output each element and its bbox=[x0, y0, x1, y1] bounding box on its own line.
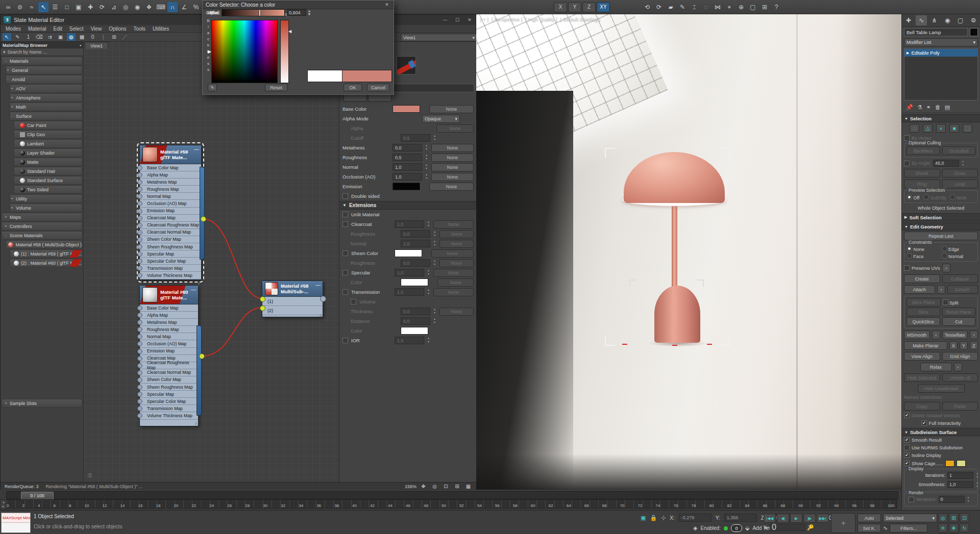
lamp-base[interactable] bbox=[654, 286, 700, 343]
transport-button[interactable]: |◀◀ bbox=[764, 514, 776, 523]
clearcoat-checkbox[interactable] bbox=[342, 221, 348, 227]
extensions-rollout[interactable]: ▼ Extensions bbox=[339, 201, 477, 210]
base-color-swatch[interactable] bbox=[393, 105, 420, 113]
display-smoothness-spinner[interactable]: 1,0 bbox=[947, 481, 973, 488]
menu-item[interactable]: Utilities bbox=[150, 26, 172, 32]
msmooth-button[interactable]: MSmooth bbox=[904, 330, 930, 339]
timeline-tick[interactable]: 48 bbox=[424, 503, 428, 508]
active-view-dropdown[interactable]: View1▾ bbox=[401, 34, 477, 41]
browser-tree-item[interactable]: + AOV bbox=[10, 84, 82, 93]
command-panel-tab[interactable]: ⚙ bbox=[968, 15, 979, 26]
ok-button[interactable]: OK bbox=[344, 84, 362, 91]
command-panel-tab[interactable]: ◉ bbox=[942, 15, 953, 26]
selection-rollout[interactable]: ▼Selection bbox=[902, 114, 980, 122]
timeline-tick[interactable]: 92 bbox=[816, 503, 821, 508]
node-input-slot[interactable]: Emission Map bbox=[140, 348, 198, 355]
ior-checkbox[interactable] bbox=[342, 338, 348, 343]
stack-item-editable-poly[interactable]: ▶ Editable Poly bbox=[904, 49, 977, 57]
metalness-map-button[interactable]: None bbox=[431, 144, 474, 152]
toolbar-icon[interactable]: ⌨ bbox=[156, 2, 166, 12]
stack-tool-icon[interactable]: ▤ bbox=[945, 104, 950, 111]
make-planar-button[interactable]: Make Planar bbox=[904, 341, 947, 350]
browser-tree-item[interactable]: Clip Geo bbox=[14, 130, 82, 139]
close-button[interactable]: ✕ bbox=[463, 16, 476, 23]
hue-blackness-field[interactable] bbox=[211, 20, 278, 83]
collapse-node-button[interactable]: — bbox=[194, 146, 199, 152]
timeline-tick[interactable]: 20 bbox=[174, 503, 178, 508]
timeline-tick[interactable]: 28 bbox=[245, 503, 250, 508]
node-input-slot[interactable]: Clearcoat Roughness Map bbox=[140, 222, 201, 229]
timeline-tick[interactable]: 88 bbox=[780, 503, 785, 508]
browser-tree-item[interactable]: + Volume bbox=[10, 204, 82, 212]
timeline-tick[interactable]: 2 bbox=[22, 503, 24, 508]
node-input-slot[interactable]: Normal Map bbox=[140, 193, 201, 200]
base-color-map-button[interactable]: None bbox=[429, 105, 474, 113]
toolbar-icon[interactable]: ▰ bbox=[666, 2, 676, 12]
zoom-region-icon[interactable]: ⊡ bbox=[442, 482, 450, 490]
node-input-slot[interactable]: Roughness Map bbox=[140, 186, 201, 193]
timeline-tick[interactable]: 80 bbox=[709, 503, 714, 508]
node-input-slot[interactable]: Metalness Map bbox=[140, 179, 201, 186]
close-icon[interactable]: ✕ bbox=[383, 1, 390, 8]
toolbar-icon[interactable]: ∠ bbox=[179, 2, 189, 12]
timeline-tick[interactable]: 30 bbox=[263, 503, 267, 508]
timeline-tick[interactable]: 12 bbox=[103, 503, 107, 508]
command-panel-tab[interactable]: ∿ bbox=[916, 15, 927, 26]
viewport-pov-label[interactable]: [ Perspective ] bbox=[492, 16, 522, 22]
slate-tool-icon[interactable]: ⊞ bbox=[110, 33, 118, 41]
timeline-tick[interactable]: 94 bbox=[834, 503, 839, 508]
curve-icon[interactable]: ∿ bbox=[883, 525, 888, 531]
browser-tree-item[interactable]: - Materials bbox=[2, 57, 82, 65]
timeline-tick[interactable]: 66 bbox=[584, 503, 589, 508]
browser-tree-item[interactable]: Standard Surface bbox=[14, 176, 82, 185]
constraint-face-radio[interactable] bbox=[906, 253, 912, 259]
browser-tree-item[interactable]: Standard Hair bbox=[14, 167, 82, 175]
node-input-slot[interactable]: Clearcoat Normal Map bbox=[140, 229, 201, 236]
timeline-tick[interactable]: 8 bbox=[69, 503, 71, 508]
grid-align-button[interactable]: Grid Align bbox=[942, 352, 978, 361]
command-panel-tab[interactable]: ✚ bbox=[903, 15, 914, 26]
channel-value-field[interactable]: 0,604 bbox=[287, 9, 306, 16]
axis-x-button[interactable]: X bbox=[554, 2, 567, 12]
node-input-slot[interactable]: Clearcoat Normal Map bbox=[140, 369, 198, 376]
split-checkbox[interactable] bbox=[943, 299, 948, 305]
subobject-icon[interactable]: ■ bbox=[949, 124, 959, 133]
viewport-nav-icon[interactable]: ⊞ bbox=[949, 513, 959, 522]
layout-icon[interactable]: ▦ bbox=[464, 482, 473, 490]
dialog-title-bar[interactable]: Color Selector: Choose a color ✕ bbox=[203, 1, 394, 9]
emission-color-swatch[interactable] bbox=[393, 183, 420, 190]
cage-color-swatch[interactable] bbox=[945, 460, 954, 467]
full-interactivity-checkbox[interactable]: ✔ bbox=[921, 420, 927, 426]
shield-icon[interactable]: ◈ bbox=[693, 525, 697, 531]
whiteness-slider[interactable] bbox=[280, 20, 289, 83]
unlit-checkbox[interactable] bbox=[342, 212, 348, 217]
roughness-map-button[interactable]: None bbox=[431, 154, 474, 162]
slate-tool-icon[interactable]: ⋰ bbox=[120, 33, 129, 41]
track-bar-ruler[interactable]: 0246810121416182022242628303234363840424… bbox=[6, 499, 897, 508]
toolbar-icon[interactable]: ◎ bbox=[120, 2, 131, 12]
subobject-icon[interactable]: ◗ bbox=[936, 124, 946, 133]
toolbar-icon[interactable]: ≈ bbox=[27, 2, 37, 12]
node-input-slot[interactable]: Volume Thickness Map bbox=[140, 272, 201, 279]
timeline-tick[interactable]: 44 bbox=[388, 503, 393, 508]
normal-map-button[interactable]: None bbox=[431, 163, 474, 171]
toolbar-icon[interactable]: ⋈ bbox=[713, 2, 723, 12]
view-tab[interactable]: View1 bbox=[85, 42, 108, 49]
menu-item[interactable]: Select bbox=[66, 26, 87, 32]
set-keys-button[interactable]: ＋ bbox=[831, 513, 855, 533]
constraint-normal-radio[interactable] bbox=[942, 253, 947, 259]
timeline-tick[interactable]: 6 bbox=[54, 503, 56, 508]
timeline-tick[interactable]: 24 bbox=[209, 503, 214, 508]
emission-map-button[interactable]: None bbox=[429, 183, 474, 191]
timeline-tick[interactable]: 78 bbox=[692, 503, 696, 508]
preserve-uvs-checkbox[interactable] bbox=[904, 265, 910, 271]
timeline-tick[interactable]: 98 bbox=[870, 503, 874, 508]
timeline-tick[interactable]: 70 bbox=[620, 503, 625, 508]
channel-slider[interactable] bbox=[222, 9, 285, 16]
browser-tree-item[interactable]: - Surface bbox=[10, 112, 82, 120]
param-button[interactable] bbox=[344, 94, 367, 101]
constraint-none-radio[interactable] bbox=[906, 246, 912, 251]
subdivision-surface-rollout[interactable]: ▼Subdivision Surface bbox=[902, 428, 980, 436]
lock-icon[interactable]: ⚿ bbox=[88, 472, 92, 479]
browser-tree-item[interactable]: Car Paint bbox=[14, 121, 82, 130]
